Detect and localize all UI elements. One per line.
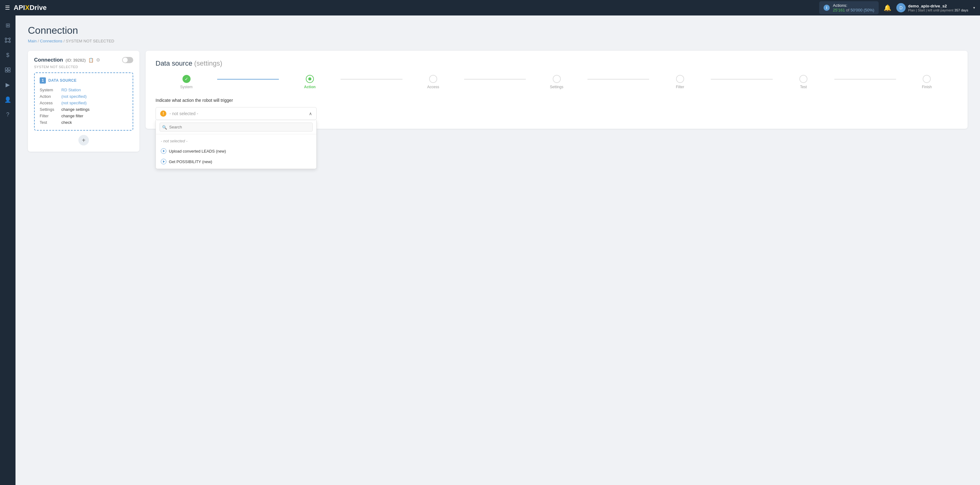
dropdown-item[interactable]: Get POSSIBILITY (new) (156, 156, 317, 167)
actions-total: 50'000 (851, 8, 862, 13)
logo-x: X (25, 4, 30, 12)
sidebar-item-help[interactable]: ? (2, 108, 14, 121)
step-circle-finish (923, 75, 931, 83)
step-item-system: ✓System (156, 75, 217, 89)
add-connection-button[interactable]: + (78, 135, 89, 146)
step-circle-access (429, 75, 437, 83)
user-section[interactable]: D demo_apix-drive_s2 Plan | Start | left… (896, 3, 975, 13)
ds-row-value: (not specified) (61, 100, 128, 106)
step-connector (587, 79, 649, 79)
connection-card: Connection (ID: 39282) 📋 ⚙ SYSTEM NOT SE… (28, 51, 139, 152)
step-item-settings: Settings (526, 75, 587, 89)
actions-label: Actions: 25'161 of 50'000 (50%) (833, 3, 874, 13)
ds-settings-parens: (settings) (194, 59, 222, 67)
copy-icon[interactable]: 📋 (88, 57, 94, 62)
avatar: D (896, 3, 906, 13)
ds-settings-card: Data source (settings) ✓SystemActionAcce… (146, 51, 967, 129)
navbar: ☰ APIXDrive i Actions: 25'161 of 50'000 … (0, 0, 980, 16)
step-circle-filter (676, 75, 684, 83)
logo-text-api: API (14, 4, 25, 12)
dropdown-item[interactable]: - not selected - (156, 136, 317, 146)
svg-rect-10 (5, 71, 8, 72)
table-row: Filterchange filter (40, 113, 128, 119)
step-connector (217, 79, 279, 79)
breadcrumb-main[interactable]: Main (28, 39, 37, 43)
info-icon: i (824, 5, 830, 11)
actions-count: 25'161 (833, 8, 845, 13)
step-label-filter: Filter (676, 85, 684, 89)
svg-rect-8 (5, 68, 8, 70)
ds-row-value[interactable]: change filter (61, 113, 128, 119)
step-connector (711, 79, 772, 79)
sidebar: ⊞ $ ▶ 👤 ? (0, 16, 16, 485)
step-label-finish: Finish (922, 85, 932, 89)
step-circle-settings (553, 75, 561, 83)
ds-row-label: Test (40, 119, 61, 126)
step-circle-test (799, 75, 807, 83)
user-plan: Plan | Start | left until payment 357 da… (908, 8, 968, 12)
svg-point-2 (5, 41, 7, 43)
dropdown-item-text: Upload converted LEADS (new) (169, 149, 226, 154)
step-connector (340, 79, 402, 79)
actions-pct: (50%) (864, 8, 874, 13)
bell-icon[interactable]: 🔔 (884, 4, 891, 11)
step-item-finish: Finish (896, 75, 958, 89)
sidebar-item-workspace[interactable] (2, 64, 14, 76)
page-title: Connection (28, 25, 967, 36)
sidebar-item-profile[interactable]: 👤 (2, 94, 14, 106)
search-input[interactable] (159, 122, 313, 132)
svg-rect-9 (8, 68, 10, 70)
actions-of: of (846, 8, 850, 13)
step-label-system: System (180, 85, 193, 89)
step-label-settings: Settings (550, 85, 563, 89)
dropdown-item-text: Get POSSIBILITY (new) (169, 159, 212, 164)
step-item-action: Action (279, 75, 340, 89)
breadcrumb: Main / Connections / SYSTEM NOT SELECTED (28, 39, 967, 43)
ds-row-label: Filter (40, 113, 61, 119)
step-circle-action (306, 75, 314, 83)
svg-point-0 (5, 38, 7, 40)
system-not-selected-label: SYSTEM NOT SELECTED (34, 65, 133, 69)
svg-point-3 (9, 41, 11, 43)
user-name: demo_apix-drive_s2 (908, 4, 968, 8)
play-icon (161, 148, 166, 154)
sidebar-item-connections[interactable] (2, 34, 14, 46)
breadcrumb-connections[interactable]: Connections (40, 39, 62, 43)
sidebar-item-dashboard[interactable]: ⊞ (2, 19, 14, 32)
ds-row-label: Access (40, 100, 61, 106)
ds-table: SystemRD StationAction(not specified)Acc… (40, 87, 128, 126)
dropdown-items: - not selected -Upload converted LEADS (… (156, 134, 317, 169)
settings-icon[interactable]: ⚙ (96, 57, 100, 63)
ds-title: DATA SOURCE (48, 78, 76, 82)
svg-rect-11 (8, 71, 10, 72)
step-circle-system: ✓ (183, 75, 191, 83)
menu-icon[interactable]: ☰ (5, 4, 10, 11)
ds-number: 1 (40, 78, 46, 84)
svg-point-1 (9, 38, 11, 40)
ds-row-value: (not specified) (61, 93, 128, 100)
action-dropdown-container: ! - not selected - ∧ 🔍 - not selected -U… (156, 107, 317, 120)
sidebar-item-billing[interactable]: $ (2, 49, 14, 61)
action-dropdown-trigger[interactable]: ! - not selected - ∧ (156, 107, 317, 120)
step-connector (834, 79, 896, 79)
dropdown-item[interactable]: Upload converted LEADS (new) (156, 146, 317, 156)
ds-row-value[interactable]: check (61, 119, 128, 126)
cards-row: Connection (ID: 39282) 📋 ⚙ SYSTEM NOT SE… (28, 51, 967, 152)
search-icon: 🔍 (162, 125, 167, 129)
main-content: Connection Main / Connections / SYSTEM N… (16, 16, 980, 485)
connection-card-header: Connection (ID: 39282) 📋 ⚙ (34, 57, 133, 63)
table-row: Settingschange settings (40, 106, 128, 113)
table-row: Access(not specified) (40, 100, 128, 106)
connection-id: (ID: 39282) (66, 58, 86, 62)
sidebar-item-tutorials[interactable]: ▶ (2, 79, 14, 91)
stepper: ✓SystemActionAccessSettingsFilterTestFin… (156, 75, 958, 89)
ds-row-value[interactable]: change settings (61, 106, 128, 113)
ds-settings-title: Data source (settings) (156, 59, 958, 68)
chevron-down-icon[interactable]: ▾ (973, 6, 975, 10)
step-item-access: Access (402, 75, 464, 89)
ds-row-label: System (40, 87, 61, 93)
chevron-up-icon: ∧ (309, 111, 312, 116)
toggle-switch[interactable] (122, 57, 133, 63)
step-label-action: Action (304, 85, 315, 89)
actions-box: i Actions: 25'161 of 50'000 (50%) (819, 1, 879, 14)
